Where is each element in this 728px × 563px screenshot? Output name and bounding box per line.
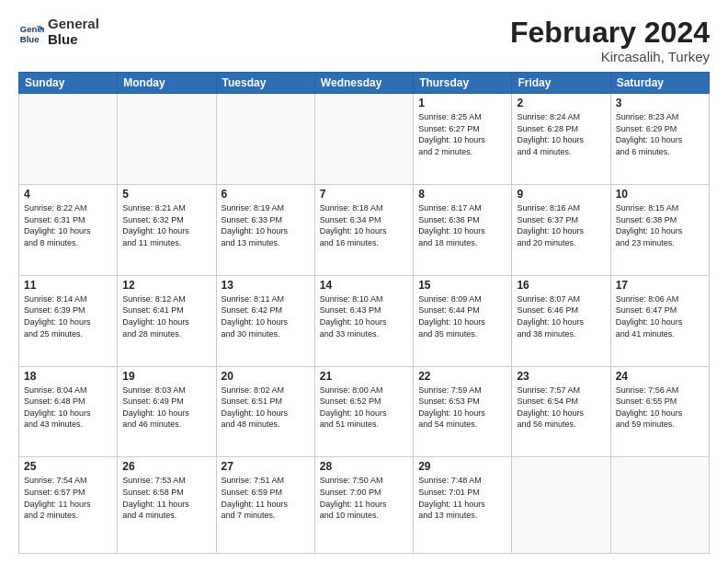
calendar-week-row: 4Sunrise: 8:22 AM Sunset: 6:31 PM Daylig… <box>19 184 710 275</box>
day-number: 22 <box>418 370 506 383</box>
calendar-cell: 16Sunrise: 8:07 AM Sunset: 6:46 PM Dayli… <box>512 275 610 366</box>
calendar-cell: 18Sunrise: 8:04 AM Sunset: 6:48 PM Dayli… <box>19 366 118 457</box>
calendar-cell <box>19 94 118 185</box>
day-number: 10 <box>616 188 704 201</box>
day-detail: Sunrise: 8:06 AM Sunset: 6:47 PM Dayligh… <box>616 293 704 339</box>
logo-line1: General <box>48 17 99 32</box>
day-detail: Sunrise: 8:24 AM Sunset: 6:28 PM Dayligh… <box>517 111 605 157</box>
calendar-cell: 28Sunrise: 7:50 AM Sunset: 7:00 PM Dayli… <box>314 457 413 554</box>
day-detail: Sunrise: 7:51 AM Sunset: 6:59 PM Dayligh… <box>222 475 310 521</box>
day-detail: Sunrise: 8:17 AM Sunset: 6:36 PM Dayligh… <box>418 202 506 248</box>
day-number: 13 <box>222 279 310 292</box>
day-detail: Sunrise: 8:12 AM Sunset: 6:41 PM Dayligh… <box>122 293 210 339</box>
day-detail: Sunrise: 8:09 AM Sunset: 6:44 PM Dayligh… <box>418 293 506 339</box>
day-number: 7 <box>320 188 408 201</box>
calendar-cell: 17Sunrise: 8:06 AM Sunset: 6:47 PM Dayli… <box>610 275 709 366</box>
calendar-week-row: 11Sunrise: 8:14 AM Sunset: 6:39 PM Dayli… <box>19 275 710 366</box>
calendar-cell: 3Sunrise: 8:23 AM Sunset: 6:29 PM Daylig… <box>610 94 709 185</box>
weekday-header-cell: Tuesday <box>216 73 314 94</box>
calendar-cell: 6Sunrise: 8:19 AM Sunset: 6:33 PM Daylig… <box>216 184 314 275</box>
day-number: 17 <box>616 279 704 292</box>
calendar-cell: 21Sunrise: 8:00 AM Sunset: 6:52 PM Dayli… <box>314 366 413 457</box>
day-detail: Sunrise: 8:16 AM Sunset: 6:37 PM Dayligh… <box>517 202 605 248</box>
day-detail: Sunrise: 7:48 AM Sunset: 7:01 PM Dayligh… <box>418 475 506 521</box>
day-detail: Sunrise: 7:56 AM Sunset: 6:55 PM Dayligh… <box>616 385 704 431</box>
day-number: 14 <box>320 279 408 292</box>
weekday-header-cell: Friday <box>512 73 610 94</box>
day-detail: Sunrise: 8:10 AM Sunset: 6:43 PM Dayligh… <box>320 293 408 339</box>
calendar-cell: 24Sunrise: 7:56 AM Sunset: 6:55 PM Dayli… <box>610 366 709 457</box>
day-number: 26 <box>122 460 210 473</box>
calendar-cell: 20Sunrise: 8:02 AM Sunset: 6:51 PM Dayli… <box>216 366 314 457</box>
weekday-header-row: SundayMondayTuesdayWednesdayThursdayFrid… <box>19 73 710 94</box>
day-detail: Sunrise: 8:25 AM Sunset: 6:27 PM Dayligh… <box>418 111 506 157</box>
day-number: 25 <box>24 460 112 473</box>
calendar-week-row: 1Sunrise: 8:25 AM Sunset: 6:27 PM Daylig… <box>19 94 710 185</box>
day-number: 4 <box>24 188 112 201</box>
day-detail: Sunrise: 8:04 AM Sunset: 6:48 PM Dayligh… <box>24 385 112 431</box>
weekday-header-cell: Wednesday <box>314 73 413 94</box>
weekday-header-cell: Sunday <box>19 73 118 94</box>
day-number: 16 <box>517 279 605 292</box>
day-detail: Sunrise: 8:02 AM Sunset: 6:51 PM Dayligh… <box>222 385 310 431</box>
calendar-table: SundayMondayTuesdayWednesdayThursdayFrid… <box>18 72 710 554</box>
logo-line2: Blue <box>48 32 99 48</box>
calendar-cell: 10Sunrise: 8:15 AM Sunset: 6:38 PM Dayli… <box>610 184 709 275</box>
day-detail: Sunrise: 8:21 AM Sunset: 6:32 PM Dayligh… <box>122 202 210 248</box>
day-detail: Sunrise: 8:03 AM Sunset: 6:49 PM Dayligh… <box>122 385 210 431</box>
calendar-cell: 12Sunrise: 8:12 AM Sunset: 6:41 PM Dayli… <box>118 275 216 366</box>
calendar-header: SundayMondayTuesdayWednesdayThursdayFrid… <box>19 73 710 94</box>
day-detail: Sunrise: 8:14 AM Sunset: 6:39 PM Dayligh… <box>24 293 112 339</box>
day-detail: Sunrise: 8:19 AM Sunset: 6:33 PM Dayligh… <box>222 202 310 248</box>
day-number: 29 <box>418 460 506 473</box>
svg-text:Blue: Blue <box>20 33 40 43</box>
day-number: 1 <box>418 97 506 109</box>
calendar-cell: 13Sunrise: 8:11 AM Sunset: 6:42 PM Dayli… <box>216 275 314 366</box>
calendar-cell: 19Sunrise: 8:03 AM Sunset: 6:49 PM Dayli… <box>118 366 216 457</box>
day-number: 24 <box>616 370 704 383</box>
calendar-cell: 9Sunrise: 8:16 AM Sunset: 6:37 PM Daylig… <box>512 184 610 275</box>
calendar-week-row: 18Sunrise: 8:04 AM Sunset: 6:48 PM Dayli… <box>19 366 710 457</box>
calendar-cell: 7Sunrise: 8:18 AM Sunset: 6:34 PM Daylig… <box>314 184 413 275</box>
logo-icon: General Blue <box>18 19 44 45</box>
weekday-header-cell: Saturday <box>610 73 709 94</box>
calendar-cell <box>610 457 709 554</box>
day-number: 5 <box>122 188 210 201</box>
day-detail: Sunrise: 8:22 AM Sunset: 6:31 PM Dayligh… <box>24 202 112 248</box>
calendar-cell: 23Sunrise: 7:57 AM Sunset: 6:54 PM Dayli… <box>512 366 610 457</box>
calendar-cell: 22Sunrise: 7:59 AM Sunset: 6:53 PM Dayli… <box>414 366 512 457</box>
day-number: 6 <box>222 188 310 201</box>
day-detail: Sunrise: 8:00 AM Sunset: 6:52 PM Dayligh… <box>320 385 408 431</box>
day-number: 28 <box>320 460 408 473</box>
day-number: 9 <box>517 188 605 201</box>
weekday-header-cell: Monday <box>118 73 216 94</box>
calendar-cell: 25Sunrise: 7:54 AM Sunset: 6:57 PM Dayli… <box>19 457 118 554</box>
header: General Blue General Blue February 2024 … <box>18 17 710 64</box>
calendar-cell: 5Sunrise: 8:21 AM Sunset: 6:32 PM Daylig… <box>118 184 216 275</box>
logo: General Blue General Blue <box>18 17 99 47</box>
calendar-cell: 15Sunrise: 8:09 AM Sunset: 6:44 PM Dayli… <box>414 275 512 366</box>
calendar-cell: 26Sunrise: 7:53 AM Sunset: 6:58 PM Dayli… <box>118 457 216 554</box>
calendar-cell <box>216 94 314 185</box>
calendar-cell <box>512 457 610 554</box>
day-detail: Sunrise: 8:18 AM Sunset: 6:34 PM Dayligh… <box>320 202 408 248</box>
day-number: 15 <box>418 279 506 292</box>
day-detail: Sunrise: 7:59 AM Sunset: 6:53 PM Dayligh… <box>418 385 506 431</box>
day-number: 12 <box>122 279 210 292</box>
calendar-week-row: 25Sunrise: 7:54 AM Sunset: 6:57 PM Dayli… <box>19 457 710 554</box>
day-detail: Sunrise: 7:53 AM Sunset: 6:58 PM Dayligh… <box>122 475 210 521</box>
main-title: February 2024 <box>510 17 710 49</box>
day-detail: Sunrise: 8:15 AM Sunset: 6:38 PM Dayligh… <box>616 202 704 248</box>
day-number: 23 <box>517 370 605 383</box>
calendar-cell <box>314 94 413 185</box>
calendar-cell: 8Sunrise: 8:17 AM Sunset: 6:36 PM Daylig… <box>414 184 512 275</box>
day-detail: Sunrise: 7:54 AM Sunset: 6:57 PM Dayligh… <box>24 475 112 521</box>
day-detail: Sunrise: 8:11 AM Sunset: 6:42 PM Dayligh… <box>222 293 310 339</box>
calendar-cell: 4Sunrise: 8:22 AM Sunset: 6:31 PM Daylig… <box>19 184 118 275</box>
calendar-cell <box>118 94 216 185</box>
calendar-body: 1Sunrise: 8:25 AM Sunset: 6:27 PM Daylig… <box>19 94 710 554</box>
calendar-cell: 11Sunrise: 8:14 AM Sunset: 6:39 PM Dayli… <box>19 275 118 366</box>
weekday-header-cell: Thursday <box>414 73 512 94</box>
day-detail: Sunrise: 8:23 AM Sunset: 6:29 PM Dayligh… <box>616 111 704 157</box>
page: General Blue General Blue February 2024 … <box>0 0 728 563</box>
